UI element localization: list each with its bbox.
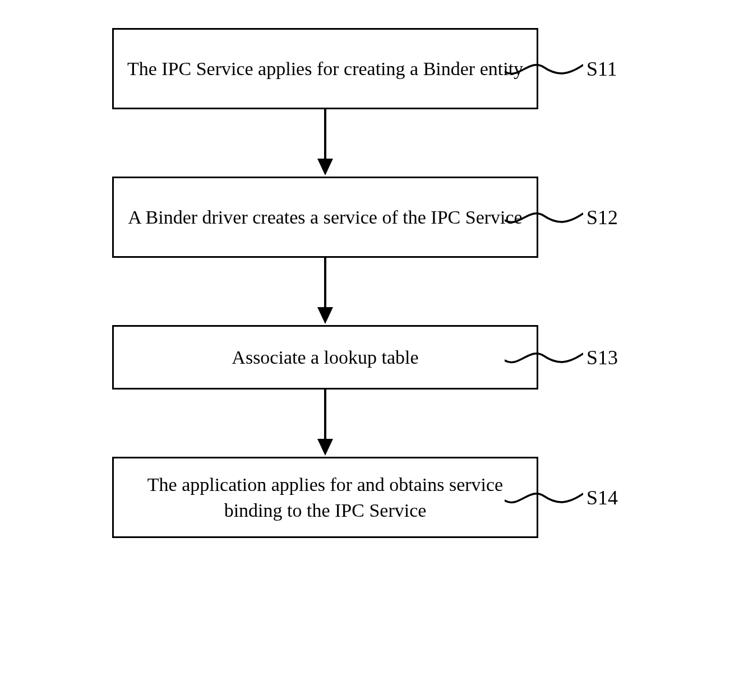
arrow-2-3: [73, 258, 578, 325]
step-row-3: Associate a lookup table S13: [73, 325, 578, 390]
step-row-2: A Binder driver creates a service of the…: [73, 177, 578, 258]
step-text-2: A Binder driver creates a service of the…: [125, 205, 525, 230]
step-label-wrap-4: S14: [505, 484, 618, 512]
step-box-3: Associate a lookup table: [112, 325, 538, 390]
step-box-1: The IPC Service applies for creating a B…: [112, 28, 538, 109]
step-text-3: Associate a lookup table: [125, 345, 525, 370]
step-label-3: S13: [586, 346, 618, 369]
svg-marker-5: [317, 439, 333, 456]
arrow-down-icon: [314, 258, 336, 325]
step-box-2: A Binder driver creates a service of the…: [112, 177, 538, 258]
step-label-wrap-2: S12: [505, 203, 618, 231]
step-label-2: S12: [586, 206, 618, 229]
arrow-1-2: [73, 109, 578, 177]
step-label-4: S14: [586, 486, 618, 509]
step-text-4: The application applies for and obtains …: [125, 472, 525, 523]
step-text-1: The IPC Service applies for creating a B…: [125, 56, 525, 82]
step-label-wrap-1: S11: [505, 55, 617, 83]
svg-marker-3: [317, 307, 333, 324]
step-label-wrap-3: S13: [505, 344, 618, 372]
arrow-3-4: [73, 390, 578, 457]
arrow-down-icon: [314, 109, 336, 177]
step-box-4: The application applies for and obtains …: [112, 457, 538, 538]
connector-squiggle-icon: [505, 484, 583, 512]
connector-squiggle-icon: [505, 203, 583, 231]
connector-squiggle-icon: [505, 55, 583, 83]
arrow-down-icon: [314, 390, 336, 457]
step-row-4: The application applies for and obtains …: [73, 457, 578, 538]
connector-squiggle-icon: [505, 344, 583, 372]
svg-marker-1: [317, 159, 333, 175]
flowchart: The IPC Service applies for creating a B…: [73, 28, 578, 538]
step-label-1: S11: [586, 57, 617, 81]
step-row-1: The IPC Service applies for creating a B…: [73, 28, 578, 109]
